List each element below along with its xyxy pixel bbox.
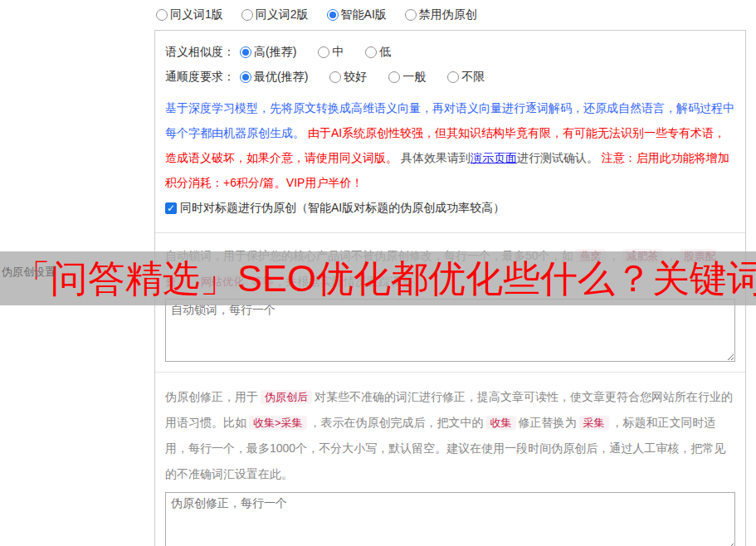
correction-section: 伪原创修正，用于伪原创后对某些不准确的词汇进行修正，提高文章可读性，使文章更符合… <box>155 372 745 546</box>
radio-smart-ai[interactable]: 智能AI版 <box>327 7 387 22</box>
correction-textarea[interactable] <box>165 492 735 546</box>
radio-icon <box>318 46 329 58</box>
text-segment: 伪原创修正，用于 <box>165 390 258 403</box>
text-segment: 采集 <box>579 416 609 430</box>
pseudo-original-settings-label: 伪原创设置 <box>2 265 56 280</box>
radio-label: 最优(推荐) <box>254 70 308 85</box>
radio-label: 低 <box>379 45 391 60</box>
checkbox-label: 同时对标题进行伪原创（智能AI版对标题的伪原创成功率较高） <box>180 201 505 216</box>
radio-icon <box>327 9 339 21</box>
version-radio-group: 同义词1版 同义词2版 智能AI版 禁用伪原创 <box>156 7 477 22</box>
correction-description: 伪原创修正，用于伪原创后对某些不准确的词汇进行修正，提高文章可读性，使文章更符合… <box>165 384 735 487</box>
watermark-headline: 「问答精选」SEO优化都优化些什么？关键词 <box>0 254 756 304</box>
radio-synonym-v2[interactable]: 同义词2版 <box>241 7 309 22</box>
radio-similarity-high[interactable]: 高(推荐) <box>240 45 296 60</box>
radio-icon <box>329 71 341 83</box>
radio-disable-pseudo[interactable]: 禁用伪原创 <box>405 7 477 22</box>
ai-description-text: 基于深度学习模型，先将原文转换成高维语义向量，再对语义向量进行逐词解码，还原成自… <box>165 95 735 195</box>
radio-icon <box>240 71 251 83</box>
radio-similarity-mid[interactable]: 中 <box>318 45 344 60</box>
semantic-similarity-row: 语义相似度： 高(推荐) 中 低 <box>165 40 735 65</box>
fluency-label: 通顺度要求： <box>165 70 235 85</box>
watermark-overlay-band: 「问答精选」SEO优化都优化些什么？关键词 <box>0 251 756 305</box>
radio-icon <box>240 46 251 58</box>
radio-fluency-unlimited[interactable]: 不限 <box>447 70 485 85</box>
text-segment: 收集>采集 <box>249 416 307 430</box>
radio-label: 较好 <box>344 70 367 85</box>
ai-options-section: 语义相似度： 高(推荐) 中 低 通顺度要求： 最优(推荐) <box>155 31 745 232</box>
text-segment: 伪原创后 <box>261 390 312 404</box>
checkbox-icon <box>165 202 177 214</box>
pseudo-original-settings-page: 同义词1版 同义词2版 智能AI版 禁用伪原创 语义相似度： 高(推荐) <box>0 0 756 546</box>
radio-icon <box>447 71 459 83</box>
radio-icon <box>405 9 417 21</box>
radio-icon <box>365 46 377 58</box>
lock-words-textarea[interactable] <box>165 299 735 362</box>
radio-synonym-v1[interactable]: 同义词1版 <box>156 7 223 22</box>
radio-icon <box>241 9 253 21</box>
text-segment: 具体效果请到 <box>398 151 471 164</box>
text-segment: 收集 <box>486 416 516 430</box>
radio-icon <box>156 9 168 21</box>
radio-similarity-low[interactable]: 低 <box>365 45 391 60</box>
text-segment: 修正替换为 <box>519 416 577 429</box>
radio-fluency-best[interactable]: 最优(推荐) <box>240 70 308 85</box>
radio-fluency-normal[interactable]: 一般 <box>388 70 426 85</box>
semantic-similarity-label: 语义相似度： <box>165 45 235 60</box>
radio-label: 同义词1版 <box>170 7 223 22</box>
radio-label: 一般 <box>402 70 426 85</box>
title-pseudo-checkbox-row[interactable]: 同时对标题进行伪原创（智能AI版对标题的伪原创成功率较高） <box>165 201 735 216</box>
fluency-row: 通顺度要求： 最优(推荐) 较好 一般 不限 <box>165 65 735 90</box>
text-segment: ，表示在伪原创完成后，把文中的 <box>310 416 484 429</box>
radio-label: 中 <box>332 45 344 60</box>
radio-fluency-good[interactable]: 较好 <box>329 70 367 85</box>
radio-label: 同义词2版 <box>256 7 309 22</box>
radio-label: 不限 <box>461 70 485 85</box>
text-segment: 进行测试确认。 <box>517 151 598 164</box>
radio-label: 禁用伪原创 <box>419 7 477 22</box>
radio-label: 智能AI版 <box>341 7 387 22</box>
radio-label: 高(推荐) <box>254 45 296 60</box>
radio-icon <box>388 71 400 83</box>
demo-page-link[interactable]: 演示页面 <box>471 151 517 164</box>
